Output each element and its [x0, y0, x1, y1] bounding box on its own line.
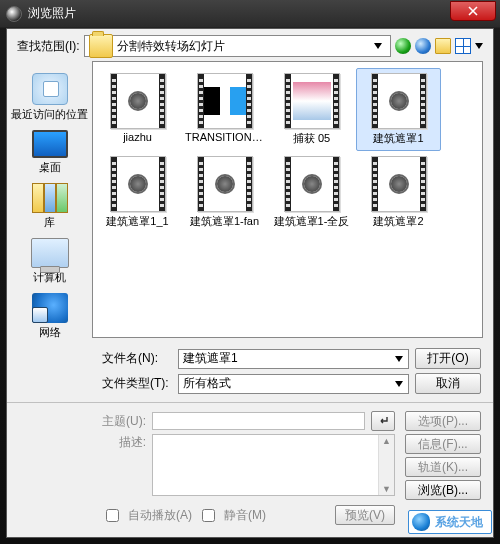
file-name: TRANSITION 13: [185, 131, 264, 143]
titlebar[interactable]: 浏览照片: [0, 0, 500, 28]
view-icon[interactable]: [455, 38, 471, 54]
filename-combo[interactable]: 建筑遮罩1: [178, 349, 409, 369]
dialog-body: 查找范围(I): 分割特效转场幻灯片 最近访问的位置: [6, 28, 494, 538]
mute-checkbox[interactable]: [202, 509, 215, 522]
sidebar-item-computer[interactable]: 计算机: [7, 236, 92, 287]
folder-icon: [89, 34, 113, 58]
sidebar-item-label: 最近访问的位置: [11, 107, 88, 122]
main-area: 最近访问的位置 桌面 库 计算机 网络: [7, 61, 493, 342]
subject-input[interactable]: [152, 412, 365, 430]
filetype-value: 所有格式: [183, 375, 391, 392]
lookin-row: 查找范围(I): 分割特效转场幻灯片: [7, 29, 493, 61]
info-button[interactable]: 信息(F)...: [405, 434, 481, 454]
file-thumbnail: [197, 73, 253, 129]
autoplay-checkbox[interactable]: [106, 509, 119, 522]
browse-button[interactable]: 浏览(B)...: [405, 480, 481, 500]
mute-label: 静音(M): [224, 507, 266, 524]
open-button[interactable]: 打开(O): [415, 348, 481, 369]
file-item[interactable]: 建筑遮罩1-全反: [269, 151, 354, 234]
file-name: 建筑遮罩1: [359, 131, 438, 146]
meta-left: 主题(U): 描述: ▲▼ 自动播放(A): [102, 411, 395, 525]
scrollbar[interactable]: ▲▼: [378, 435, 394, 495]
file-thumbnail: [197, 156, 253, 212]
file-item[interactable]: 建筑遮罩1_1: [95, 151, 180, 234]
file-name: 建筑遮罩1-fan: [185, 214, 264, 229]
sidebar-item-recent[interactable]: 最近访问的位置: [7, 71, 92, 124]
file-thumbnail: [110, 156, 166, 212]
network-icon: [32, 293, 68, 323]
file-name: 建筑遮罩1-全反: [272, 214, 351, 229]
separator: [7, 402, 493, 403]
file-item[interactable]: 捕获 05: [269, 68, 354, 151]
track-button[interactable]: 轨道(K)...: [405, 457, 481, 477]
description-textarea[interactable]: ▲▼: [152, 434, 395, 496]
up-icon[interactable]: [415, 38, 431, 54]
file-item[interactable]: 建筑遮罩1: [356, 68, 441, 151]
checks-row: 自动播放(A) 静音(M) 预览(V): [102, 499, 395, 525]
file-item[interactable]: 建筑遮罩2: [356, 151, 441, 234]
filetype-combo[interactable]: 所有格式: [178, 374, 409, 394]
desktop-icon: [32, 130, 68, 158]
filetype-label: 文件类型(T):: [102, 375, 172, 392]
file-list[interactable]: jiazhuTRANSITION 13捕获 05建筑遮罩1 建筑遮罩1_1建筑遮…: [92, 61, 483, 338]
desc-label: 描述:: [102, 434, 146, 451]
meta-right: 选项(P)... 信息(F)... 轨道(K)... 浏览(B)...: [405, 411, 481, 525]
preview-button[interactable]: 预览(V): [335, 505, 395, 525]
chevron-down-icon[interactable]: [370, 38, 386, 54]
sidebar-item-label: 网络: [39, 325, 61, 340]
chevron-down-icon[interactable]: [475, 43, 483, 49]
autoplay-label: 自动播放(A): [128, 507, 192, 524]
sidebar-item-label: 库: [44, 215, 55, 230]
dialog-window: 浏览照片 查找范围(I): 分割特效转场幻灯片: [0, 0, 500, 544]
file-name: jiazhu: [98, 131, 177, 143]
sidebar-item-library[interactable]: 库: [7, 181, 92, 232]
file-name: 建筑遮罩1_1: [98, 214, 177, 229]
file-name: 建筑遮罩2: [359, 214, 438, 229]
file-thumbnail: [371, 156, 427, 212]
window-title: 浏览照片: [28, 5, 450, 22]
lookin-combo[interactable]: 分割特效转场幻灯片: [84, 35, 391, 57]
close-button[interactable]: [450, 1, 496, 21]
file-thumbnail: [371, 73, 427, 129]
app-icon: [6, 6, 22, 22]
lookin-label: 查找范围(I):: [17, 38, 80, 55]
filename-row: 文件名(N): 建筑遮罩1 打开(O): [102, 348, 481, 369]
subject-label: 主题(U):: [102, 413, 146, 430]
meta-panel: 主题(U): 描述: ▲▼ 自动播放(A): [102, 411, 481, 525]
sidebar-item-desktop[interactable]: 桌面: [7, 128, 92, 177]
file-name: 捕获 05: [272, 131, 351, 146]
file-item[interactable]: jiazhu: [95, 68, 180, 151]
computer-icon: [31, 238, 69, 268]
file-item[interactable]: TRANSITION 13: [182, 68, 267, 151]
lookin-value: 分割特效转场幻灯片: [117, 38, 366, 55]
new-folder-icon[interactable]: [435, 38, 451, 54]
watermark: 系统天地: [408, 510, 492, 534]
file-thumbnail: [110, 73, 166, 129]
options-button[interactable]: 选项(P)...: [405, 411, 481, 431]
places-sidebar: 最近访问的位置 桌面 库 计算机 网络: [7, 61, 92, 342]
chevron-down-icon[interactable]: [391, 376, 406, 392]
library-icon: [32, 183, 68, 213]
back-icon[interactable]: [395, 38, 411, 54]
sidebar-item-network[interactable]: 网络: [7, 291, 92, 342]
filetype-row: 文件类型(T): 所有格式 取消: [102, 373, 481, 394]
filename-value: 建筑遮罩1: [183, 350, 391, 367]
bottom-panel: 文件名(N): 建筑遮罩1 打开(O) 文件类型(T): 所有格式 取消: [7, 342, 493, 531]
sidebar-item-label: 桌面: [39, 160, 61, 175]
cancel-button[interactable]: 取消: [415, 373, 481, 394]
chevron-down-icon[interactable]: [391, 351, 406, 367]
file-item[interactable]: 建筑遮罩1-fan: [182, 151, 267, 234]
file-thumbnail: [284, 156, 340, 212]
filename-label: 文件名(N):: [102, 350, 172, 367]
file-thumbnail: [284, 73, 340, 129]
recent-icon: [32, 73, 68, 105]
enter-button[interactable]: [371, 411, 395, 431]
